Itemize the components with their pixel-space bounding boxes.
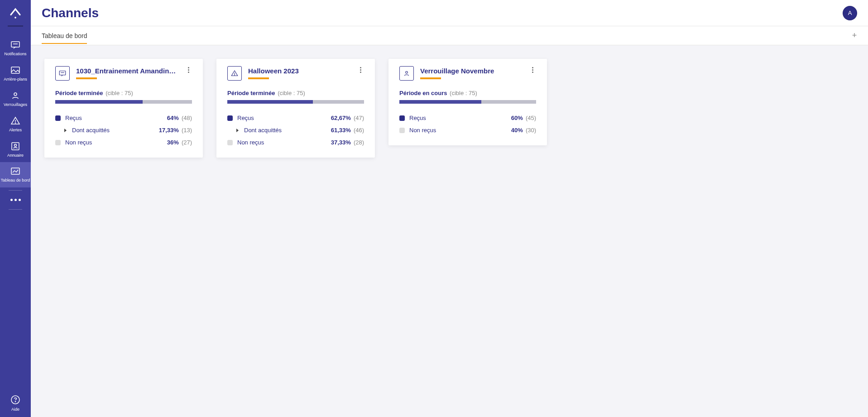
user-icon (399, 66, 414, 81)
stat-count: (48) (182, 115, 192, 121)
main: Channels A Tableau de bord + 1030_Entrai… (31, 0, 868, 417)
svg-point-11 (15, 401, 15, 402)
sidebar: Notifications Arrière-plans Verrouillage… (0, 0, 31, 417)
stat-label: Reçus (237, 115, 331, 121)
dashboard-card: Verrouillage NovembrePériode en cours (c… (388, 59, 547, 145)
stat-row: Reçus62,67%(47) (227, 112, 364, 124)
progress-bar (227, 100, 364, 104)
progress-fill (55, 100, 143, 104)
period-line: Période terminée (cible : 75) (55, 90, 192, 96)
content: 1030_Entrainement Amandine_Pos…Période t… (31, 45, 868, 417)
sidebar-item-label: Alertes (9, 128, 22, 133)
stat-pct: 36% (167, 139, 179, 146)
logo-underline (8, 25, 23, 27)
tabs: Tableau de bord + (31, 26, 868, 45)
sidebar-item-label: Annuaire (7, 153, 24, 158)
stat-count: (30) (526, 127, 536, 134)
help-icon (10, 394, 21, 405)
stat-count: (27) (182, 139, 192, 146)
stat-pct: 62,67% (331, 115, 351, 121)
stat-count: (28) (354, 139, 364, 146)
card-header: 1030_Entrainement Amandine_Pos… (55, 66, 192, 81)
caret-right-icon (64, 129, 67, 132)
svg-point-4 (14, 93, 17, 96)
stat-row: Reçus60%(45) (399, 112, 536, 124)
period-target: (cible : 75) (278, 90, 305, 96)
marker-empty-icon (55, 140, 61, 145)
period-status: Période en cours (399, 90, 447, 96)
help-label: Aide (11, 407, 19, 412)
card-menu-button[interactable] (357, 66, 364, 73)
stat-pct: 60% (511, 115, 523, 121)
sidebar-item-directory[interactable]: Annuaire (0, 137, 31, 163)
stat-row: Non reçus37,33%(28) (227, 136, 364, 149)
contacts-icon (10, 141, 21, 152)
card-header: Halloween 2023 (227, 66, 364, 81)
stat-row: Non reçus36%(27) (55, 136, 192, 149)
stat-pct: 64% (167, 115, 179, 121)
stat-row: Reçus64%(48) (55, 112, 192, 124)
user-icon (10, 90, 21, 101)
card-title-wrap: 1030_Entrainement Amandine_Pos… (76, 66, 178, 79)
marker-empty-icon (227, 140, 233, 145)
sidebar-item-label: Verrouillages (4, 103, 27, 107)
sidebar-item-backgrounds[interactable]: Arrière-plans (0, 61, 31, 86)
plus-icon: + (852, 31, 857, 40)
stat-count: (46) (354, 127, 364, 134)
card-title: Verrouillage Novembre (420, 67, 523, 75)
app-logo[interactable] (5, 4, 25, 24)
marker-filled-icon (399, 115, 405, 121)
period-line: Période terminée (cible : 75) (227, 90, 364, 96)
dashboard-card: Halloween 2023Période terminée (cible : … (216, 59, 375, 158)
title-underline (76, 77, 97, 79)
add-tab-button[interactable]: + (850, 31, 859, 40)
marker-empty-icon (399, 128, 405, 133)
card-menu-button[interactable] (185, 66, 192, 73)
alert-icon (227, 66, 242, 81)
separator (9, 190, 22, 191)
avatar[interactable]: A (843, 6, 857, 20)
stat-pct: 61,33% (331, 127, 351, 134)
svg-rect-12 (59, 71, 66, 75)
stat-row[interactable]: Dont acquittés61,33%(46) (227, 124, 364, 136)
page-title: Channels (42, 6, 99, 20)
stat-label: Dont acquittés (244, 127, 331, 134)
stat-row[interactable]: Dont acquittés17,33%(13) (55, 124, 192, 136)
progress-bar (399, 100, 536, 104)
card-header: Verrouillage Novembre (399, 66, 536, 81)
caret-right-icon (236, 129, 239, 132)
stat-label: Non reçus (409, 127, 511, 134)
sidebar-item-locks[interactable]: Verrouillages (0, 86, 31, 112)
period-line: Période en cours (cible : 75) (399, 90, 536, 96)
stat-label: Reçus (65, 115, 167, 121)
svg-point-16 (406, 72, 408, 74)
sidebar-item-help[interactable]: Aide (0, 394, 31, 412)
image-icon (10, 65, 21, 76)
sidebar-item-label: Notifications (4, 52, 26, 57)
stat-count: (45) (526, 115, 536, 121)
message-icon (10, 39, 21, 50)
stat-row: Non reçus40%(30) (399, 124, 536, 136)
sidebar-item-label: Tableau de bord (1, 178, 30, 183)
tab-dashboard[interactable]: Tableau de bord (42, 28, 87, 44)
svg-point-15 (235, 75, 235, 75)
card-menu-button[interactable] (529, 66, 536, 73)
stat-count: (47) (354, 115, 364, 121)
sidebar-item-notifications[interactable]: Notifications (0, 36, 31, 61)
svg-rect-1 (11, 42, 19, 47)
sidebar-more-button[interactable] (0, 193, 31, 206)
period-status: Période terminée (227, 90, 275, 96)
svg-point-6 (15, 123, 16, 123)
period-target: (cible : 75) (450, 90, 477, 96)
marker-filled-icon (55, 115, 61, 121)
period-status: Période terminée (55, 90, 103, 96)
sidebar-item-alerts[interactable]: Alertes (0, 112, 31, 137)
stat-pct: 40% (511, 127, 523, 134)
sidebar-item-dashboard[interactable]: Tableau de bord (0, 162, 31, 187)
marker-filled-icon (227, 115, 233, 121)
svg-point-8 (14, 144, 17, 146)
ellipsis-icon (10, 199, 21, 201)
stat-label: Reçus (409, 115, 511, 121)
stat-pct: 37,33% (331, 139, 351, 146)
progress-fill (227, 100, 313, 104)
